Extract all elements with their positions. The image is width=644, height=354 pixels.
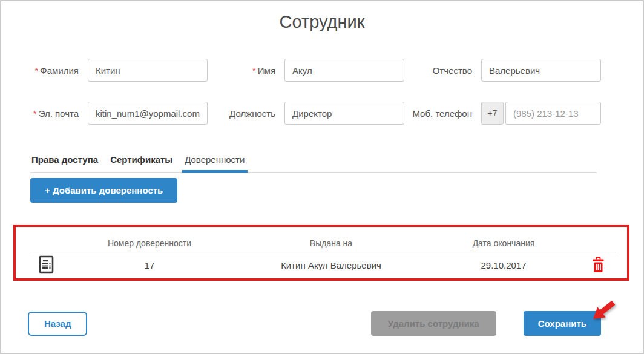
lastname-label: *Фамилия <box>30 65 79 76</box>
firstname-label: *Имя <box>208 65 275 76</box>
field-email: *Эл. почта <box>30 102 208 125</box>
field-patronymic: Отчество <box>404 59 601 82</box>
document-lines-icon[interactable] <box>39 255 54 274</box>
tab-access-rights[interactable]: Права доступа <box>30 154 99 172</box>
required-asterisk: * <box>33 108 37 119</box>
page-title: Сотрудник <box>1 12 643 32</box>
header-issued-to: Выдана на <box>222 238 440 248</box>
header-end-date: Дата окончания <box>440 238 567 248</box>
poa-table-highlight-annotation: Номер доверенности Выдана на Дата оконча… <box>13 225 629 281</box>
tabs-bar: Права доступа Сертификаты Доверенности <box>30 154 597 173</box>
email-input[interactable] <box>88 102 208 125</box>
field-mobile-phone: Моб. телефон +7 <box>404 102 601 125</box>
row-poa-number: 17 <box>77 260 222 270</box>
email-label: *Эл. почта <box>30 108 79 119</box>
trash-icon[interactable] <box>592 257 605 273</box>
form-row-1: *Фамилия *Имя Отчество <box>1 59 643 82</box>
row-issued-to: Китин Акул Валерьевич <box>222 260 440 270</box>
mobile-phone-input[interactable] <box>505 102 601 125</box>
employee-card: Сотрудник *Фамилия *Имя Отчество *Эл. по… <box>0 0 644 354</box>
phone-input-group: +7 <box>481 102 601 125</box>
patronymic-label: Отчество <box>404 65 472 76</box>
tab-powers-of-attorney[interactable]: Доверенности <box>183 154 246 172</box>
phone-country-prefix: +7 <box>481 102 504 125</box>
row-end-date: 29.10.2017 <box>440 260 567 270</box>
row-document-cell <box>16 255 77 275</box>
required-asterisk: * <box>252 65 256 76</box>
tab-certificates[interactable]: Сертификаты <box>109 154 174 172</box>
field-position: Должность <box>208 102 404 125</box>
poa-table-header: Номер доверенности Выдана на Дата оконча… <box>16 227 627 252</box>
required-asterisk: * <box>34 65 38 76</box>
save-button[interactable]: Сохранить <box>524 311 601 336</box>
table-row: 17 Китин Акул Валерьевич 29.10.2017 <box>16 252 627 278</box>
position-input[interactable] <box>284 102 404 125</box>
row-delete-cell <box>567 257 629 275</box>
delete-employee-button[interactable]: Удалить сотрудника <box>371 311 496 336</box>
header-poa-number: Номер доверенности <box>77 238 222 248</box>
add-poa-button[interactable]: + Добавить доверенность <box>30 178 177 203</box>
form-row-2: *Эл. почта Должность Моб. телефон +7 <box>1 102 643 125</box>
field-firstname: *Имя <box>208 59 404 82</box>
poa-table: Номер доверенности Выдана на Дата оконча… <box>16 227 627 278</box>
mobile-phone-label: Моб. телефон <box>404 108 472 119</box>
position-label: Должность <box>208 108 275 119</box>
back-button[interactable]: Назад <box>28 312 87 336</box>
patronymic-input[interactable] <box>481 59 601 82</box>
field-lastname: *Фамилия <box>30 59 208 82</box>
firstname-input[interactable] <box>284 59 404 82</box>
lastname-input[interactable] <box>88 59 208 82</box>
footer-actions: Назад Удалить сотрудника Сохранить <box>28 311 601 336</box>
